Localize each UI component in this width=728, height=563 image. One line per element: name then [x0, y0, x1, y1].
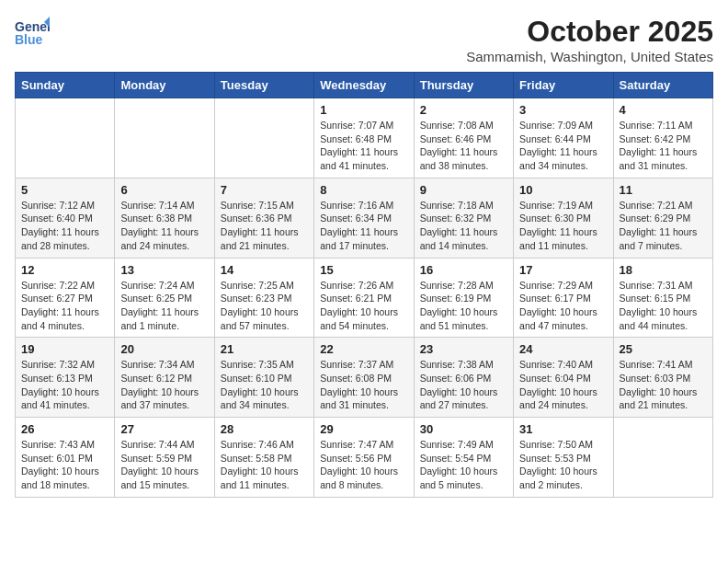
day-cell-19: 19Sunrise: 7:32 AM Sunset: 6:13 PM Dayli… — [16, 338, 115, 418]
day-cell-16: 16Sunrise: 7:28 AM Sunset: 6:19 PM Dayli… — [414, 258, 513, 338]
day-info: Sunrise: 7:38 AM Sunset: 6:06 PM Dayligh… — [420, 358, 507, 412]
svg-text:Blue: Blue — [15, 32, 43, 47]
day-info: Sunrise: 7:29 AM Sunset: 6:17 PM Dayligh… — [519, 279, 607, 333]
week-row-4: 19Sunrise: 7:32 AM Sunset: 6:13 PM Dayli… — [16, 338, 713, 418]
day-cell-14: 14Sunrise: 7:25 AM Sunset: 6:23 PM Dayli… — [214, 258, 313, 338]
weekday-header-saturday: Saturday — [613, 73, 712, 98]
day-info: Sunrise: 7:35 AM Sunset: 6:10 PM Dayligh… — [221, 358, 308, 412]
day-number: 29 — [320, 422, 407, 436]
day-number: 30 — [420, 422, 507, 436]
day-cell-30: 30Sunrise: 7:49 AM Sunset: 5:54 PM Dayli… — [414, 418, 513, 498]
day-number: 15 — [320, 263, 407, 277]
day-number: 12 — [21, 263, 108, 277]
day-number: 4 — [620, 103, 707, 117]
day-info: Sunrise: 7:37 AM Sunset: 6:08 PM Dayligh… — [320, 358, 407, 412]
month-title: October 2025 — [466, 15, 713, 49]
location-title: Sammamish, Washington, United States — [466, 49, 713, 64]
weekday-header-thursday: Thursday — [414, 73, 513, 98]
weekday-header-wednesday: Wednesday — [314, 73, 414, 98]
day-cell-11: 11Sunrise: 7:21 AM Sunset: 6:29 PM Dayli… — [613, 178, 712, 258]
day-cell-31: 31Sunrise: 7:50 AM Sunset: 5:53 PM Dayli… — [514, 418, 613, 498]
day-info: Sunrise: 7:12 AM Sunset: 6:40 PM Dayligh… — [21, 199, 108, 253]
day-number: 14 — [221, 263, 308, 277]
title-area: October 2025 Sammamish, Washington, Unit… — [466, 15, 713, 64]
day-info: Sunrise: 7:24 AM Sunset: 6:25 PM Dayligh… — [120, 279, 208, 333]
day-cell-5: 5Sunrise: 7:12 AM Sunset: 6:40 PM Daylig… — [16, 178, 115, 258]
day-cell-9: 9Sunrise: 7:18 AM Sunset: 6:32 PM Daylig… — [414, 178, 513, 258]
day-info: Sunrise: 7:32 AM Sunset: 6:13 PM Dayligh… — [21, 358, 108, 412]
empty-cell — [613, 418, 712, 498]
day-info: Sunrise: 7:25 AM Sunset: 6:23 PM Dayligh… — [221, 279, 308, 333]
weekday-header-friday: Friday — [514, 73, 613, 98]
day-cell-26: 26Sunrise: 7:43 AM Sunset: 6:01 PM Dayli… — [16, 418, 115, 498]
day-info: Sunrise: 7:40 AM Sunset: 6:04 PM Dayligh… — [519, 358, 607, 412]
empty-cell — [115, 98, 214, 178]
empty-cell — [16, 98, 115, 178]
weekday-header-row: SundayMondayTuesdayWednesdayThursdayFrid… — [16, 73, 713, 98]
day-cell-28: 28Sunrise: 7:46 AM Sunset: 5:58 PM Dayli… — [214, 418, 313, 498]
day-cell-27: 27Sunrise: 7:44 AM Sunset: 5:59 PM Dayli… — [115, 418, 214, 498]
day-info: Sunrise: 7:14 AM Sunset: 6:38 PM Dayligh… — [120, 199, 208, 253]
day-number: 3 — [519, 103, 607, 117]
day-number: 22 — [320, 342, 407, 356]
day-info: Sunrise: 7:15 AM Sunset: 6:36 PM Dayligh… — [221, 199, 308, 253]
day-info: Sunrise: 7:46 AM Sunset: 5:58 PM Dayligh… — [221, 438, 308, 492]
day-number: 6 — [120, 183, 208, 197]
week-row-5: 26Sunrise: 7:43 AM Sunset: 6:01 PM Dayli… — [16, 418, 713, 498]
day-number: 24 — [519, 342, 607, 356]
day-info: Sunrise: 7:07 AM Sunset: 6:48 PM Dayligh… — [320, 119, 407, 173]
day-info: Sunrise: 7:18 AM Sunset: 6:32 PM Dayligh… — [420, 199, 507, 253]
day-info: Sunrise: 7:43 AM Sunset: 6:01 PM Dayligh… — [21, 438, 108, 492]
day-info: Sunrise: 7:08 AM Sunset: 6:46 PM Dayligh… — [420, 119, 507, 173]
day-number: 8 — [320, 183, 407, 197]
day-cell-1: 1Sunrise: 7:07 AM Sunset: 6:48 PM Daylig… — [314, 98, 414, 178]
day-info: Sunrise: 7:31 AM Sunset: 6:15 PM Dayligh… — [620, 279, 707, 333]
day-number: 17 — [519, 263, 607, 277]
day-cell-13: 13Sunrise: 7:24 AM Sunset: 6:25 PM Dayli… — [115, 258, 214, 338]
day-cell-6: 6Sunrise: 7:14 AM Sunset: 6:38 PM Daylig… — [115, 178, 214, 258]
logo: General Blue — [15, 15, 50, 50]
day-number: 26 — [21, 422, 108, 436]
day-info: Sunrise: 7:16 AM Sunset: 6:34 PM Dayligh… — [320, 199, 407, 253]
weekday-header-sunday: Sunday — [16, 73, 115, 98]
day-cell-2: 2Sunrise: 7:08 AM Sunset: 6:46 PM Daylig… — [414, 98, 513, 178]
day-info: Sunrise: 7:28 AM Sunset: 6:19 PM Dayligh… — [420, 279, 507, 333]
day-info: Sunrise: 7:41 AM Sunset: 6:03 PM Dayligh… — [620, 358, 707, 412]
day-number: 20 — [120, 342, 208, 356]
day-cell-10: 10Sunrise: 7:19 AM Sunset: 6:30 PM Dayli… — [514, 178, 613, 258]
day-number: 18 — [620, 263, 707, 277]
empty-cell — [214, 98, 313, 178]
day-info: Sunrise: 7:34 AM Sunset: 6:12 PM Dayligh… — [120, 358, 208, 412]
week-row-2: 5Sunrise: 7:12 AM Sunset: 6:40 PM Daylig… — [16, 178, 713, 258]
day-number: 16 — [420, 263, 507, 277]
day-number: 23 — [420, 342, 507, 356]
day-cell-12: 12Sunrise: 7:22 AM Sunset: 6:27 PM Dayli… — [16, 258, 115, 338]
day-info: Sunrise: 7:21 AM Sunset: 6:29 PM Dayligh… — [620, 199, 707, 253]
day-cell-8: 8Sunrise: 7:16 AM Sunset: 6:34 PM Daylig… — [314, 178, 414, 258]
day-info: Sunrise: 7:19 AM Sunset: 6:30 PM Dayligh… — [519, 199, 607, 253]
day-number: 25 — [620, 342, 707, 356]
day-cell-3: 3Sunrise: 7:09 AM Sunset: 6:44 PM Daylig… — [514, 98, 613, 178]
day-number: 21 — [221, 342, 308, 356]
day-number: 9 — [420, 183, 507, 197]
day-cell-29: 29Sunrise: 7:47 AM Sunset: 5:56 PM Dayli… — [314, 418, 414, 498]
day-number: 28 — [221, 422, 308, 436]
weekday-header-tuesday: Tuesday — [214, 73, 313, 98]
day-cell-23: 23Sunrise: 7:38 AM Sunset: 6:06 PM Dayli… — [414, 338, 513, 418]
day-number: 31 — [519, 422, 607, 436]
day-cell-15: 15Sunrise: 7:26 AM Sunset: 6:21 PM Dayli… — [314, 258, 414, 338]
logo-icon: General Blue — [15, 15, 50, 50]
day-info: Sunrise: 7:50 AM Sunset: 5:53 PM Dayligh… — [519, 438, 607, 492]
day-cell-22: 22Sunrise: 7:37 AM Sunset: 6:08 PM Dayli… — [314, 338, 414, 418]
calendar-table: SundayMondayTuesdayWednesdayThursdayFrid… — [15, 72, 713, 498]
day-number: 2 — [420, 103, 507, 117]
day-cell-17: 17Sunrise: 7:29 AM Sunset: 6:17 PM Dayli… — [514, 258, 613, 338]
week-row-3: 12Sunrise: 7:22 AM Sunset: 6:27 PM Dayli… — [16, 258, 713, 338]
day-number: 7 — [221, 183, 308, 197]
day-cell-18: 18Sunrise: 7:31 AM Sunset: 6:15 PM Dayli… — [613, 258, 712, 338]
day-info: Sunrise: 7:44 AM Sunset: 5:59 PM Dayligh… — [120, 438, 208, 492]
day-number: 27 — [120, 422, 208, 436]
day-number: 1 — [320, 103, 407, 117]
week-row-1: 1Sunrise: 7:07 AM Sunset: 6:48 PM Daylig… — [16, 98, 713, 178]
day-cell-7: 7Sunrise: 7:15 AM Sunset: 6:36 PM Daylig… — [214, 178, 313, 258]
